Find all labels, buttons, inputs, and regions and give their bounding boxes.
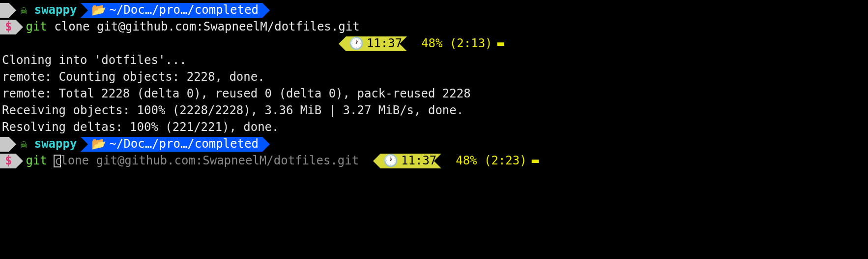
battery-icon: ▬ [532,153,539,169]
prompt-symbol-segment: $ [0,20,16,34]
skull-icon: ☠ [21,137,27,152]
output-line: Receiving objects: 100% (2228/2228), 3.3… [0,102,868,119]
clock-icon: 🕐 [383,153,398,169]
user-segment: ☠ swappy [9,137,81,152]
time-badge: 🕐 11:37 [346,36,407,51]
path-segment: 📂 ~/Doc…/pro…/completed [81,3,262,18]
path-text: ~/Doc…/pro…/completed [109,2,258,19]
skull-icon: ☠ [21,3,27,18]
folder-icon: 📂 [91,2,106,19]
os-segment [0,137,9,152]
git-command: git [26,19,47,35]
prompt-symbol: $ [5,153,12,169]
command-line-2[interactable]: $ git clone git@github.com:SwapneelM/dot… [0,153,868,169]
git-command: git [26,153,47,169]
prompt-symbol-segment: $ [0,154,16,168]
path-segment: 📂 ~/Doc…/pro…/completed [81,137,262,152]
command-line-1[interactable]: $ git clone git@github.com:SwapneelM/dot… [0,19,868,35]
battery-percent: 48% (2:13) [421,35,492,52]
output-line: remote: Counting objects: 2228, done. [0,69,868,86]
time-text: 11:37 [401,153,436,169]
prompt-symbol: $ [5,19,12,35]
username: swappy [34,136,77,153]
battery-icon: ▬ [497,35,504,52]
prompt-line-2: ☠ swappy 📂 ~/Doc…/pro…/completed [0,136,868,153]
clock-icon: 🕐 [349,35,364,52]
status-line-1: 🕐 11:37 48% (2:13) ▬ [0,35,868,52]
battery-percent: 48% (2:23) [456,153,527,169]
path-text: ~/Doc…/pro…/completed [109,136,258,153]
output-line: remote: Total 2228 (delta 0), reused 0 (… [0,86,868,102]
username: swappy [34,2,77,19]
time-text: 11:37 [367,35,402,52]
autosuggest: clone git@github.com:SwapneelM/dotfiles.… [47,153,359,169]
time-badge: 🕐 11:37 [380,154,441,168]
folder-icon: 📂 [91,136,106,153]
output-line: Resolving deltas: 100% (221/221), done. [0,119,868,136]
prompt-line-1: ☠ swappy 📂 ~/Doc…/pro…/completed [0,2,868,19]
output-line: Cloning into 'dotfiles'... [0,52,868,69]
user-segment: ☠ swappy [9,3,81,18]
os-segment [0,3,9,18]
command-args: clone git@github.com:SwapneelM/dotfiles.… [47,19,360,35]
